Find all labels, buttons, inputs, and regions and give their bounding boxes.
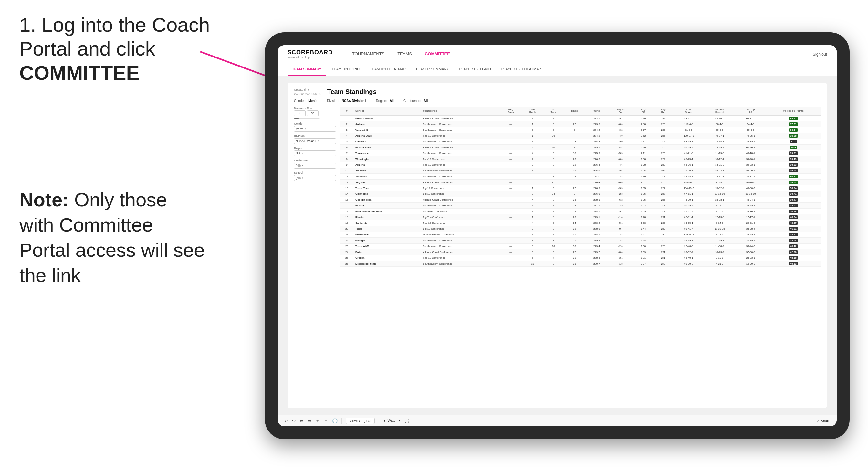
subnav-team-h2h-grid[interactable]: TEAM H2H GRID (327, 63, 364, 76)
back-icon[interactable]: ⬅ (300, 418, 304, 424)
share-button[interactable]: ↗ Share (817, 418, 830, 423)
redo-icon[interactable]: ↪ (292, 418, 296, 424)
subnav-team-summary[interactable]: TEAM SUMMARY (287, 63, 326, 76)
division-select[interactable]: NCAA Division I ▾ (294, 138, 336, 144)
fullscreen-icon[interactable]: ⛶ (404, 418, 409, 424)
cell-school[interactable]: Alabama (354, 168, 421, 174)
cell-low: 97-61-1 (673, 191, 704, 197)
cell-school[interactable]: Illinois (354, 214, 421, 220)
signout-link[interactable]: | Sign out (811, 52, 827, 57)
cell-school[interactable]: Oregon (354, 255, 421, 261)
watch-button[interactable]: 👁 Watch ▾ (383, 418, 401, 423)
cell-school[interactable]: Georgia Tech (354, 197, 421, 203)
cell-no-tour: 10 (544, 145, 563, 151)
school-select[interactable]: (All) ▾ (294, 175, 336, 181)
cell-school[interactable]: Texas (354, 226, 421, 232)
cell-wins: 277.5 (586, 203, 608, 209)
cell-wins: 276.3 (586, 156, 608, 162)
forward-icon[interactable]: ➡ (308, 418, 311, 424)
cell-pts: 63.49 (766, 156, 820, 162)
minus-icon[interactable]: － (324, 418, 328, 424)
cell-no-tour: 8 (544, 168, 563, 174)
cell-school[interactable]: Auburn (354, 121, 421, 127)
cell-reg-rank: — (500, 226, 522, 232)
instruction-step-text: 1. Log into the Coach Portal and click (20, 13, 210, 60)
cell-school[interactable]: Virginia (354, 180, 421, 185)
nav-teams[interactable]: TEAMS (391, 45, 418, 63)
cell-adj: -6.0 (608, 121, 633, 127)
cell-school[interactable]: Arizona (354, 162, 421, 168)
cell-conference: Southeastern Conference (421, 151, 500, 156)
cell-school[interactable]: Florida (354, 203, 421, 209)
cell-school[interactable]: East Tennessee State (354, 209, 421, 214)
cell-vs25: 33-38-4 (735, 226, 766, 232)
cell-rnds: 27 (563, 249, 585, 255)
min-rounds-inputs: 4 30 (294, 111, 336, 116)
cell-school[interactable]: Georgia (354, 238, 421, 244)
add-icon[interactable]: ＋ (315, 418, 320, 424)
nav-tournaments[interactable]: TOURNAMENTS (346, 45, 391, 63)
cell-avg-rd: 268 (653, 162, 673, 168)
cell-low: 91-6-0 (673, 127, 704, 133)
cell-school[interactable]: New Mexico (354, 232, 421, 238)
cell-school[interactable]: Duke (354, 249, 421, 255)
cell-wins: 276.9 (586, 185, 608, 191)
clock-icon[interactable]: 🕐 (332, 418, 338, 424)
cell-adj: -1.4 (608, 214, 633, 220)
cell-conference: Pac-12 Conference (421, 156, 500, 162)
cell-low: 87-21-2 (673, 209, 704, 214)
region-select[interactable]: N/A ▾ (294, 151, 336, 156)
school-select-arrow: ▾ (302, 177, 303, 179)
conference-select[interactable]: (All) ▾ (294, 163, 336, 168)
subnav-player-summary[interactable]: PLAYER SUMMARY (411, 63, 454, 76)
subnav-player-h2h-heatmap[interactable]: PLAYER H2H HEATMAP (497, 63, 546, 76)
cell-pts: 56.16 (766, 209, 820, 214)
cell-low: 59-39-1 (673, 238, 704, 244)
cell-overall: 9-10-1 (704, 209, 735, 214)
cell-school[interactable]: Ole Miss (354, 139, 421, 145)
cell-school[interactable]: Arizona State (354, 133, 421, 139)
subnav-team-h2h-heatmap[interactable]: TEAM H2H HEATMAP (365, 63, 410, 76)
cell-low: 72-30-1 (673, 168, 704, 174)
cell-school[interactable]: Vanderbilt (354, 127, 421, 133)
cell-conf-rank: 9 (522, 244, 544, 249)
cell-adj: -6.2 (608, 127, 633, 133)
slider-track[interactable] (294, 118, 320, 120)
scoreboard-logo: SCOREBOARD Powered by clippd (287, 49, 333, 59)
cell-adj: -3.8 (608, 174, 633, 180)
cell-vs25: 35-14-0 (735, 180, 766, 185)
cell-low: 100-27-1 (673, 133, 704, 139)
cell-school[interactable]: Texas A&M (354, 244, 421, 249)
subnav-player-h2h-grid[interactable]: PLAYER H2H GRID (455, 63, 496, 76)
cell-no-tour: 26 (544, 133, 563, 139)
view-original-button[interactable]: View: Original (346, 417, 375, 424)
cell-school[interactable]: Washington (354, 156, 421, 162)
cell-rank: 4 (340, 133, 354, 139)
min-rounds-val1[interactable]: 4 (294, 111, 306, 116)
cell-school[interactable]: Tennessee (354, 151, 421, 156)
undo-icon[interactable]: ↩ (284, 418, 288, 424)
division-select-value: NCAA Division I (296, 139, 316, 143)
col-conf-rank: ConfRank (522, 106, 544, 115)
cell-school[interactable]: Texas Tech (354, 185, 421, 191)
cell-rnds: 23 (563, 156, 585, 162)
cell-school[interactable]: North Carolina (354, 115, 421, 121)
cell-school[interactable]: Arkansas (354, 174, 421, 180)
nav-committee[interactable]: COMMITTEE (418, 45, 457, 63)
cell-adj: -5.1 (608, 209, 633, 214)
min-rounds-val2[interactable]: 30 (307, 111, 318, 116)
cell-adj: -6.0 (608, 180, 633, 185)
cell-rank: 12 (340, 180, 354, 185)
cell-school[interactable]: Mississippi State (354, 261, 421, 267)
cell-reg-rank: — (500, 121, 522, 127)
table-row: 12 Virginia Atlantic Coast Conference — … (340, 180, 820, 185)
cell-no-tour: 8 (544, 226, 563, 232)
gender-select[interactable]: Men's ▾ (294, 126, 336, 132)
toolbar-sep-1 (341, 417, 342, 424)
cell-school[interactable]: California (354, 220, 421, 226)
cell-school[interactable]: Florida State (354, 145, 421, 151)
cell-school[interactable]: Oklahoma (354, 191, 421, 197)
cell-no-tour: 21 (544, 180, 563, 185)
cell-conf-rank: 4 (522, 197, 544, 203)
col-school: School (354, 106, 421, 115)
